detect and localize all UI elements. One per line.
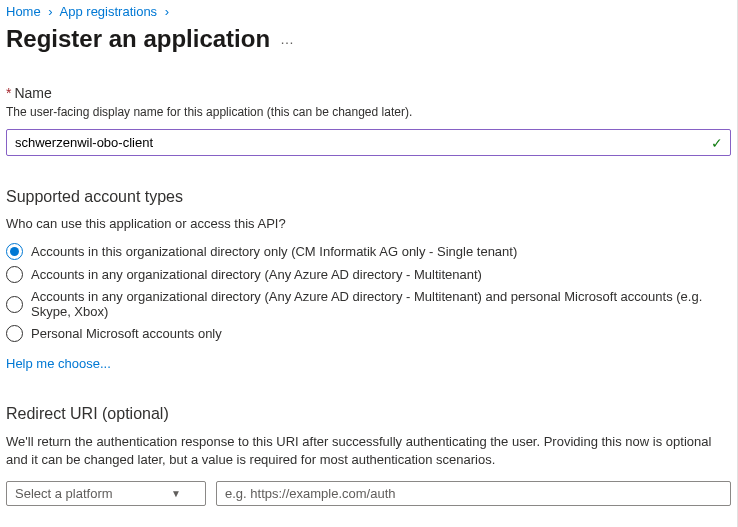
help-me-choose-link[interactable]: Help me choose...	[6, 356, 111, 371]
radio-icon	[6, 296, 23, 313]
radio-option-multitenant-personal[interactable]: Accounts in any organizational directory…	[6, 289, 731, 319]
platform-select-value: Select a platform	[15, 486, 113, 501]
radio-icon	[6, 243, 23, 260]
redirect-uri-heading: Redirect URI (optional)	[6, 405, 731, 423]
chevron-right-icon: ›	[165, 4, 169, 19]
radio-option-multitenant[interactable]: Accounts in any organizational directory…	[6, 266, 731, 283]
breadcrumb-link-app-registrations[interactable]: App registrations	[60, 4, 158, 19]
radio-option-personal-only[interactable]: Personal Microsoft accounts only	[6, 325, 731, 342]
account-types-heading: Supported account types	[6, 188, 731, 206]
name-label: *Name	[6, 85, 731, 101]
redirect-uri-input[interactable]	[216, 481, 731, 506]
radio-label: Personal Microsoft accounts only	[31, 326, 222, 341]
radio-label: Accounts in any organizational directory…	[31, 289, 731, 319]
required-indicator: *	[6, 85, 11, 101]
radio-icon	[6, 325, 23, 342]
radio-label: Accounts in this organizational director…	[31, 244, 517, 259]
radio-label: Accounts in any organizational directory…	[31, 267, 482, 282]
more-icon[interactable]: …	[280, 31, 295, 47]
radio-option-single-tenant[interactable]: Accounts in this organizational director…	[6, 243, 731, 260]
name-help-text: The user-facing display name for this ap…	[6, 105, 731, 119]
redirect-uri-desc: We'll return the authentication response…	[6, 433, 726, 469]
checkmark-icon: ✓	[711, 135, 723, 151]
name-input[interactable]	[6, 129, 731, 156]
breadcrumb: Home › App registrations ›	[6, 4, 731, 19]
account-types-sub: Who can use this application or access t…	[6, 216, 731, 231]
radio-icon	[6, 266, 23, 283]
account-types-radio-group: Accounts in this organizational director…	[6, 243, 731, 342]
chevron-down-icon: ▼	[171, 488, 181, 499]
chevron-right-icon: ›	[48, 4, 52, 19]
page-title: Register an application	[6, 25, 270, 53]
breadcrumb-link-home[interactable]: Home	[6, 4, 41, 19]
platform-select[interactable]: Select a platform ▼	[6, 481, 206, 506]
